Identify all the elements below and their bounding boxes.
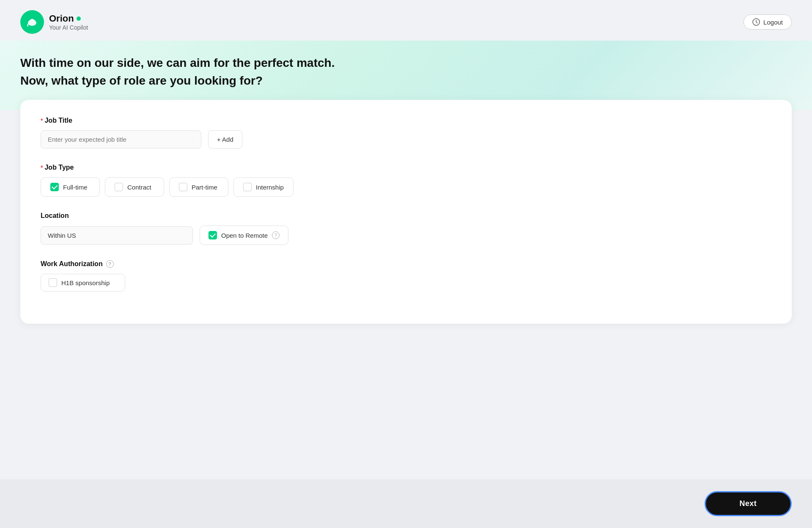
location-label: Location [41,212,771,220]
job-type-label-text: Job Type [44,164,74,171]
hero-text: With time on our side, we can aim for th… [20,54,792,90]
add-button[interactable]: + Add [208,130,242,148]
footer: Next [0,479,812,528]
location-section: Location Open to Remote ? [41,212,771,245]
logo-text: Orion Your AI Copilot [49,13,88,31]
online-status-dot [77,16,81,21]
logout-icon [752,18,760,26]
main-content: * Job Title + Add * Job Type Full-time [0,110,812,479]
work-auth-help-icon[interactable]: ? [106,260,114,268]
next-button-label: Next [740,499,757,508]
open-to-remote-option[interactable]: Open to Remote ? [200,226,288,245]
work-auth-label: Work Authorization ? [41,260,771,268]
internship-checkbox [243,183,252,191]
parttime-label: Part-time [192,184,217,191]
job-type-contract[interactable]: Contract [105,177,164,197]
job-type-label: * Job Type [41,164,771,171]
location-row: Open to Remote ? [41,226,771,245]
work-auth-label-text: Work Authorization [41,260,103,268]
job-title-section: * Job Title + Add [41,117,771,148]
job-type-section: * Job Type Full-time Contract Part-time [41,164,771,197]
h1b-checkbox [49,278,57,287]
parttime-checkbox [179,183,187,191]
hero-line1: With time on our side, we can aim for th… [20,56,335,69]
job-title-label: * Job Title [41,117,771,124]
fulltime-checkbox [50,183,59,191]
open-remote-help-icon[interactable]: ? [272,231,280,239]
app-name: Orion [49,13,88,24]
internship-label: Internship [256,184,284,191]
job-title-input[interactable] [41,130,201,148]
required-star: * [41,117,43,124]
job-title-label-text: Job Title [44,117,72,124]
app-subtitle: Your AI Copilot [49,24,88,31]
logo-icon [20,10,44,34]
location-input[interactable] [41,226,193,245]
job-title-row: + Add [41,130,771,148]
hero-line2: Now, what type of role are you looking f… [20,74,263,87]
logo-area: Orion Your AI Copilot [20,10,88,34]
next-button[interactable]: Next [705,491,792,516]
contract-label: Contract [127,184,151,191]
work-auth-section: Work Authorization ? H1B sponsorship [41,260,771,292]
fulltime-label: Full-time [63,184,88,191]
open-remote-label: Open to Remote [221,232,268,239]
form-card: * Job Title + Add * Job Type Full-time [20,100,792,324]
contract-checkbox [115,183,123,191]
h1b-option[interactable]: H1B sponsorship [41,274,125,292]
app-name-text: Orion [49,13,74,24]
required-star-jobtype: * [41,164,43,171]
logout-button[interactable]: Logout [743,14,792,30]
job-type-options: Full-time Contract Part-time Internship [41,177,771,197]
h1b-label: H1B sponsorship [61,279,110,286]
job-type-parttime[interactable]: Part-time [169,177,228,197]
header: Orion Your AI Copilot Logout [0,0,812,34]
add-button-label: + Add [217,136,233,143]
job-type-internship[interactable]: Internship [233,177,294,197]
open-remote-checkbox [208,231,217,239]
svg-point-1 [31,19,33,22]
logout-label: Logout [763,19,783,26]
location-label-text: Location [41,212,69,220]
job-type-fulltime[interactable]: Full-time [41,177,100,197]
